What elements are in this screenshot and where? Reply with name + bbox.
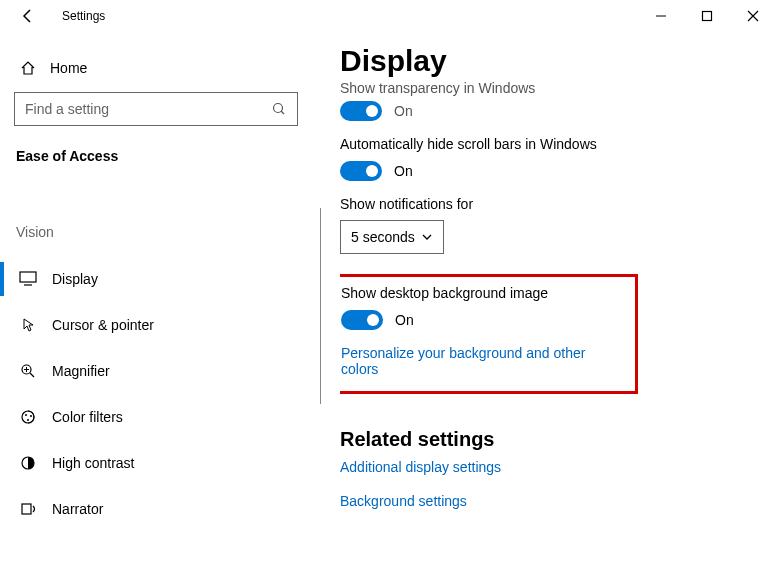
scrollbars-label: Automatically hide scroll bars in Window… [340, 136, 756, 152]
transparency-state: On [394, 103, 413, 119]
related-heading: Related settings [340, 428, 756, 451]
narrator-icon [18, 501, 38, 517]
sidebar-item-narrator[interactable]: Narrator [14, 486, 310, 532]
sidebar-item-magnifier[interactable]: Magnifier [14, 348, 310, 394]
svg-point-12 [30, 415, 32, 417]
group-label-vision: Vision [14, 224, 310, 240]
monitor-icon [18, 271, 38, 287]
svg-line-3 [281, 111, 284, 114]
sidebar-item-label: High contrast [52, 455, 134, 471]
search-placeholder: Find a setting [25, 101, 109, 117]
minimize-button[interactable] [638, 0, 684, 32]
sidebar-item-label: Display [52, 271, 98, 287]
bgimage-label: Show desktop background image [341, 285, 625, 301]
sidebar-item-cursor[interactable]: Cursor & pointer [14, 302, 310, 348]
notifications-label: Show notifications for [340, 196, 756, 212]
home-icon [18, 60, 38, 76]
home-label: Home [50, 60, 87, 76]
svg-rect-15 [22, 504, 31, 514]
personalize-link[interactable]: Personalize your background and other co… [341, 345, 625, 377]
notifications-value: 5 seconds [351, 229, 415, 245]
color-filter-icon [18, 409, 38, 425]
transparency-toggle[interactable] [340, 101, 382, 121]
sidebar-item-label: Magnifier [52, 363, 110, 379]
search-icon [271, 101, 287, 117]
maximize-button[interactable] [684, 0, 730, 32]
back-button[interactable] [18, 6, 38, 26]
svg-point-11 [25, 414, 27, 416]
close-button[interactable] [730, 0, 776, 32]
search-input[interactable]: Find a setting [14, 92, 298, 126]
svg-point-13 [27, 419, 29, 421]
highlighted-section: Show desktop background image On Persona… [340, 274, 638, 394]
sidebar-item-label: Cursor & pointer [52, 317, 154, 333]
background-settings-link[interactable]: Background settings [340, 493, 756, 509]
svg-rect-1 [703, 12, 712, 21]
window-title: Settings [62, 9, 105, 23]
bgimage-state: On [395, 312, 414, 328]
sidebar-item-color-filters[interactable]: Color filters [14, 394, 310, 440]
sidebar-item-high-contrast[interactable]: High contrast [14, 440, 310, 486]
sidebar-item-display[interactable]: Display [14, 256, 310, 302]
home-nav[interactable]: Home [14, 50, 310, 86]
page-title: Display [340, 44, 756, 78]
transparency-label: Show transparency in Windows [340, 80, 756, 96]
sidebar-item-label: Narrator [52, 501, 103, 517]
notifications-dropdown[interactable]: 5 seconds [340, 220, 444, 254]
svg-line-7 [30, 373, 34, 377]
scrollbars-toggle[interactable] [340, 161, 382, 181]
svg-rect-4 [20, 272, 36, 282]
scrollbars-state: On [394, 163, 413, 179]
category-label: Ease of Access [14, 148, 310, 164]
chevron-down-icon [421, 231, 433, 243]
magnifier-icon [18, 363, 38, 379]
cursor-icon [18, 317, 38, 333]
bgimage-toggle[interactable] [341, 310, 383, 330]
high-contrast-icon [18, 455, 38, 471]
additional-display-link[interactable]: Additional display settings [340, 459, 756, 475]
scrollbar-divider [320, 208, 321, 404]
sidebar-item-label: Color filters [52, 409, 123, 425]
